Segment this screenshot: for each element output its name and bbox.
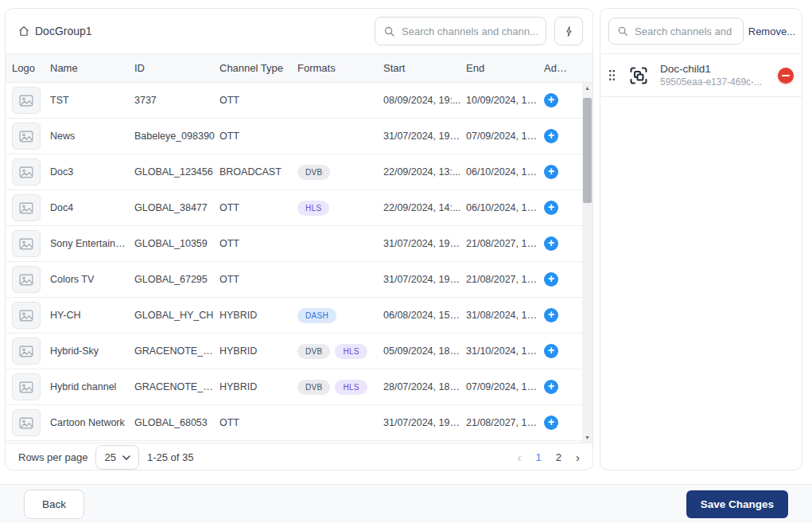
format-badge: HLS — [335, 380, 367, 395]
channel-id: Babeleye_098390 — [134, 131, 220, 142]
channel-type: HYBRID — [220, 345, 297, 357]
image-icon — [19, 238, 33, 250]
table-row[interactable]: Hybrid-Sky GRACENOTE_Hy... HYBRID DVBHLS… — [6, 334, 582, 369]
page-button-2[interactable]: 2 — [556, 451, 561, 463]
remove-all-link[interactable]: Remove... — [748, 25, 795, 37]
table-row[interactable]: Doc4 GLOBAL_38477 OTT HLS 22/09/2024, 14… — [6, 190, 582, 226]
selected-search — [608, 18, 744, 45]
channel-id: GRACENOTE_Hy... — [134, 345, 220, 357]
selected-search-input[interactable] — [635, 25, 735, 37]
end-date: 31/10/2024, 17:57 — [466, 345, 544, 357]
channel-logo-placeholder — [12, 409, 41, 436]
channel-id: GLOBAL_10359 — [134, 238, 220, 249]
channel-logo-placeholder — [12, 194, 41, 221]
format-badge: HLS — [297, 201, 329, 216]
table-row[interactable]: HY-CH GLOBAL_HY_CH HYBRID DASH 06/08/202… — [6, 298, 582, 334]
footer-action-bar: Back Save Changes — [0, 484, 812, 523]
scroll-up-arrow-icon[interactable]: ▲ — [585, 83, 590, 93]
end-date: 21/08/2027, 19:29 — [466, 238, 544, 249]
start-date: 06/08/2024, 15:57 — [383, 310, 466, 321]
add-playlist-button[interactable]: + — [544, 272, 558, 287]
image-icon — [19, 202, 33, 214]
formats-cell: DVB — [297, 165, 383, 180]
column-header-end: End — [466, 62, 544, 74]
channel-logo-placeholder — [12, 123, 41, 150]
next-page-button[interactable]: › — [576, 451, 580, 464]
rows-per-page-value: 25 — [104, 451, 115, 463]
end-date: 07/09/2024, 19:29 — [466, 131, 544, 142]
channel-type: OTT — [220, 238, 297, 249]
column-header-formats: Formats — [297, 62, 383, 74]
formats-cell: DVBHLS — [297, 344, 383, 359]
channel-name: Sony Entertainm... — [50, 238, 134, 249]
save-changes-button[interactable]: Save Changes — [686, 490, 788, 518]
channels-search-input[interactable] — [402, 25, 538, 37]
quick-filter-button[interactable] — [554, 17, 583, 45]
image-icon — [19, 95, 33, 107]
end-date: 06/10/2024, 14:32 — [466, 202, 544, 213]
selected-channel-title: Doc-child1 — [660, 63, 775, 75]
channel-logo-placeholder — [12, 373, 41, 400]
table-row[interactable]: Cartoon Network GLOBAL_68053 OTT 31/07/2… — [6, 405, 582, 441]
column-header-start: Start — [383, 62, 466, 74]
image-icon — [19, 166, 33, 178]
image-icon — [19, 345, 33, 357]
add-playlist-button[interactable]: + — [544, 201, 558, 215]
channel-type: OTT — [220, 274, 297, 285]
previous-page-button[interactable]: ‹ — [518, 451, 522, 464]
channel-id: GRACENOTE_09... — [134, 381, 220, 392]
selected-channel-item[interactable]: Doc-child1 59505eaa-e137-469c-... — [600, 54, 802, 97]
start-date: 22/09/2024, 13:... — [383, 166, 466, 178]
table-row[interactable]: Sony Entertainm... GLOBAL_10359 OTT 31/0… — [6, 226, 582, 262]
image-icon — [19, 417, 33, 429]
table-row[interactable]: TST 3737 OTT 08/09/2024, 19:... 10/09/20… — [6, 83, 582, 119]
channel-type: OTT — [220, 131, 297, 142]
image-icon — [19, 310, 33, 322]
table-row[interactable]: News Babeleye_098390 OTT 31/07/2024, 19:… — [6, 119, 582, 154]
selected-panel-header: Remove... — [600, 9, 802, 54]
end-date: 21/08/2027, 19:29 — [466, 274, 544, 285]
add-playlist-button[interactable]: + — [544, 344, 558, 358]
table-row[interactable]: Colors TV GLOBAL_67295 OTT 31/07/2024, 1… — [6, 262, 582, 298]
channels-panel-header: DocGroup1 — [6, 9, 592, 53]
channel-type: OTT — [220, 95, 297, 106]
drag-handle-icon[interactable] — [607, 68, 617, 83]
channel-logo-placeholder — [12, 230, 41, 257]
add-playlist-button[interactable]: + — [544, 165, 558, 179]
table-scrollbar[interactable]: ▲ ▼ — [582, 83, 592, 443]
channel-type: BROADCAST — [220, 166, 297, 178]
back-button[interactable]: Back — [24, 490, 84, 519]
channel-id: GLOBAL_123456 — [134, 166, 220, 178]
format-badge: DASH — [297, 308, 336, 323]
add-playlist-button[interactable]: + — [544, 93, 558, 107]
rows-per-page-select[interactable]: 25 — [95, 445, 138, 470]
add-playlist-button[interactable]: + — [544, 129, 558, 143]
selected-channel-text: Doc-child1 59505eaa-e137-469c-... — [660, 63, 775, 88]
page-button-1[interactable]: 1 — [536, 451, 542, 463]
scrollbar-thumb[interactable] — [583, 98, 592, 203]
add-playlist-button[interactable]: + — [544, 308, 558, 322]
add-playlist-button[interactable]: + — [544, 416, 558, 430]
scroll-down-arrow-icon[interactable]: ▼ — [585, 432, 590, 443]
channel-id: GLOBAL_38477 — [134, 202, 220, 213]
format-badge: DVB — [297, 165, 330, 180]
group-title: DocGroup1 — [18, 25, 92, 37]
channel-logo-placeholder — [12, 158, 41, 185]
table-row[interactable]: Doc3 GLOBAL_123456 BROADCAST DVB 22/09/2… — [6, 154, 582, 190]
remove-channel-button[interactable] — [778, 68, 794, 84]
channel-type: OTT — [220, 202, 297, 213]
add-playlist-button[interactable]: + — [544, 380, 558, 394]
add-playlist-button[interactable]: + — [544, 236, 558, 251]
start-date: 05/09/2024, 18:57 — [383, 345, 466, 357]
start-date: 22/09/2024, 14:... — [383, 202, 466, 213]
channels-panel: DocGroup1 Logo Name ID Channel Type Form… — [5, 8, 593, 470]
search-icon — [617, 25, 628, 37]
channel-name: Doc3 — [50, 166, 134, 178]
start-date: 28/07/2024, 18:44 — [383, 381, 466, 392]
image-icon — [19, 381, 33, 393]
channel-logo-placeholder — [12, 338, 41, 365]
channel-scan-icon — [620, 65, 657, 86]
table-row[interactable]: Hybrid channel GRACENOTE_09... HYBRID DV… — [6, 369, 582, 405]
scrollbar-track[interactable] — [582, 93, 592, 432]
end-date: 06/10/2024, 13:24 — [466, 166, 544, 178]
